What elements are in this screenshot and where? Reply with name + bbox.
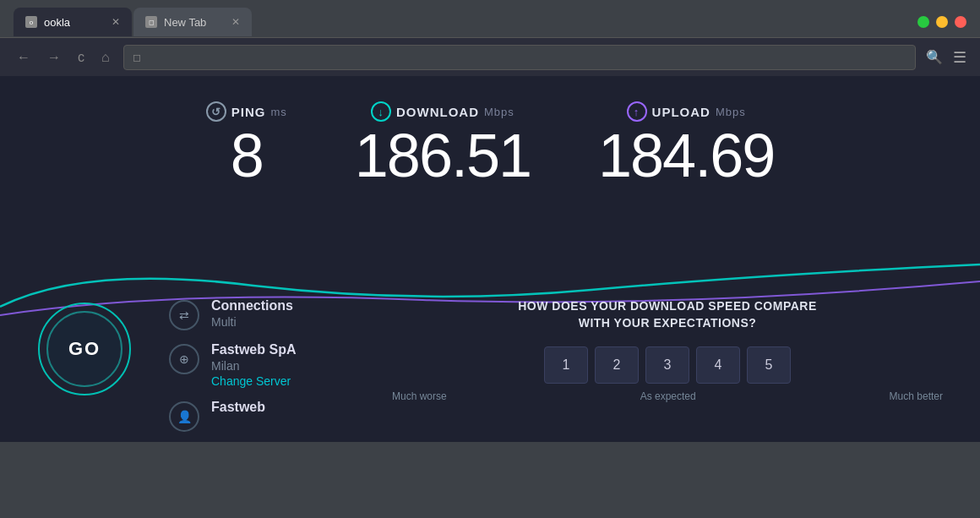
ping-stat: ↺ PING ms 8 bbox=[206, 101, 287, 186]
menu-button[interactable]: ☰ bbox=[953, 48, 966, 67]
tab-close-newtab[interactable]: ✕ bbox=[231, 16, 240, 28]
connections-icon: ⇄ bbox=[169, 300, 199, 330]
rating-4[interactable]: 4 bbox=[696, 346, 740, 384]
survey-label-right: Much better bbox=[890, 390, 943, 402]
url-input[interactable]: ◻ bbox=[123, 45, 916, 70]
connections-text: Connections Multi bbox=[211, 298, 293, 329]
forward-button[interactable]: → bbox=[44, 48, 64, 67]
go-button-label: GO bbox=[68, 338, 101, 360]
connections-row: ⇄ Connections Multi bbox=[169, 298, 338, 330]
bottom-panel: GO ⇄ Connections Multi ⊕ Fastweb SpA bbox=[0, 273, 980, 442]
go-button[interactable]: GO bbox=[46, 311, 122, 387]
server-city: Milan bbox=[211, 359, 296, 373]
survey-labels: Much worse As expected Much better bbox=[389, 390, 946, 402]
back-button[interactable]: ← bbox=[14, 48, 34, 67]
tab-favicon-ookla: o bbox=[25, 16, 37, 28]
speedtest-area: ↺ PING ms 8 ↓ DOWNLOAD Mbps 186.51 ↑ UPL… bbox=[0, 76, 980, 442]
upload-label: UPLOAD bbox=[652, 105, 710, 119]
survey-ratings: 1 2 3 4 5 bbox=[389, 346, 946, 384]
browser-window: o ookla ✕ ◻ New Tab ✕ ← → c ⌂ ◻ 🔍 ☰ bbox=[0, 0, 980, 442]
survey-label-center: As expected bbox=[640, 390, 696, 402]
server-globe-icon: ⊕ bbox=[169, 344, 199, 374]
download-icon: ↓ bbox=[371, 101, 391, 122]
stats-row: ↺ PING ms 8 ↓ DOWNLOAD Mbps 186.51 ↑ UPL… bbox=[0, 76, 980, 186]
download-stat: ↓ DOWNLOAD Mbps 186.51 bbox=[355, 101, 531, 186]
tab-list: o ookla ✕ ◻ New Tab ✕ bbox=[14, 8, 917, 36]
go-button-outer-ring: GO bbox=[38, 303, 131, 395]
home-button[interactable]: ⌂ bbox=[98, 48, 113, 67]
ping-value: 8 bbox=[206, 125, 287, 186]
survey-panel: HOW DOES YOUR DOWNLOAD SPEED COMPAREWITH… bbox=[372, 290, 946, 402]
reload-button[interactable]: c bbox=[74, 48, 88, 67]
tab-label-ookla: ookla bbox=[44, 16, 70, 29]
download-unit: Mbps bbox=[484, 106, 514, 118]
download-value: 186.51 bbox=[355, 125, 531, 186]
ping-unit: ms bbox=[270, 106, 286, 118]
upload-value: 184.69 bbox=[598, 125, 774, 186]
survey-label-left: Much worse bbox=[392, 390, 447, 402]
address-bar: ← → c ⌂ ◻ 🔍 ☰ bbox=[0, 37, 980, 76]
upload-icon: ↑ bbox=[627, 101, 647, 122]
server-info: ⇄ Connections Multi ⊕ Fastweb SpA Milan … bbox=[169, 290, 338, 432]
tab-newtab[interactable]: ◻ New Tab ✕ bbox=[133, 8, 252, 36]
user-text: Fastweb bbox=[211, 400, 265, 415]
download-label: DOWNLOAD bbox=[396, 105, 479, 119]
user-row: 👤 Fastweb bbox=[169, 400, 338, 432]
upload-stat: ↑ UPLOAD Mbps 184.69 bbox=[598, 101, 774, 186]
tab-ookla[interactable]: o ookla ✕ bbox=[14, 8, 132, 36]
connections-title: Connections bbox=[211, 298, 293, 314]
window-control-close[interactable] bbox=[955, 16, 966, 28]
rating-2[interactable]: 2 bbox=[595, 346, 639, 384]
tab-close-ookla[interactable]: ✕ bbox=[112, 16, 120, 28]
ping-label: PING bbox=[231, 105, 266, 119]
ping-icon: ↺ bbox=[206, 101, 226, 122]
user-name: Fastweb bbox=[211, 400, 265, 415]
change-server-link[interactable]: Change Server bbox=[211, 374, 296, 388]
title-bar: o ookla ✕ ◻ New Tab ✕ bbox=[0, 0, 980, 37]
user-icon: 👤 bbox=[169, 401, 199, 432]
rating-5[interactable]: 5 bbox=[747, 346, 791, 384]
upload-unit: Mbps bbox=[716, 106, 746, 118]
window-control-maximize[interactable] bbox=[917, 16, 929, 28]
server-name: Fastweb SpA bbox=[211, 342, 296, 357]
rating-1[interactable]: 1 bbox=[544, 346, 588, 384]
rating-3[interactable]: 3 bbox=[645, 346, 689, 384]
url-page-icon: ◻ bbox=[133, 52, 141, 63]
tab-favicon-newtab: ◻ bbox=[145, 16, 157, 28]
connections-subtitle: Multi bbox=[211, 315, 293, 329]
survey-title: HOW DOES YOUR DOWNLOAD SPEED COMPAREWITH… bbox=[389, 298, 946, 331]
tab-label-newtab: New Tab bbox=[164, 16, 206, 29]
search-button[interactable]: 🔍 bbox=[926, 49, 943, 65]
server-text: Fastweb SpA Milan Change Server bbox=[211, 342, 296, 388]
window-control-minimize[interactable] bbox=[936, 16, 948, 28]
server-row: ⊕ Fastweb SpA Milan Change Server bbox=[169, 342, 338, 388]
window-controls bbox=[917, 16, 966, 28]
go-button-container: GO bbox=[34, 298, 135, 400]
